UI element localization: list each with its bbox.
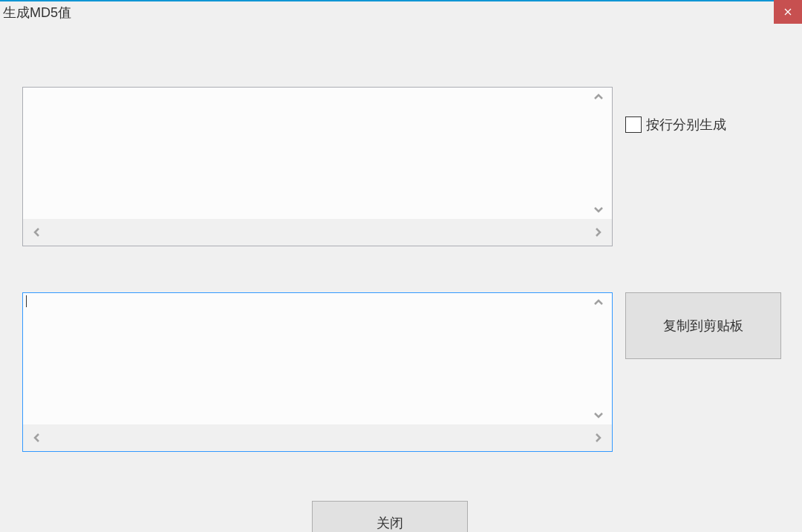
chevron-down-icon [593,203,604,215]
copy-to-clipboard-button[interactable]: 复制到剪贴板 [625,292,781,359]
output-horizontal-scrollbar[interactable] [23,424,612,451]
input-horizontal-scrollbar[interactable] [23,219,612,246]
input-textarea-container [22,87,613,246]
chevron-up-icon [593,91,604,103]
titlebar: 生成MD5值 [0,1,802,24]
per-line-checkbox-row: 按行分别生成 [625,116,726,134]
chevron-right-icon [592,432,604,444]
scroll-right-button[interactable] [588,428,607,447]
output-vertical-scrollbar[interactable] [585,293,612,424]
copy-button-label: 复制到剪贴板 [663,317,743,335]
per-line-checkbox[interactable] [625,116,642,133]
scroll-left-button[interactable] [27,428,47,447]
window: 生成MD5值 [0,0,802,532]
chevron-up-icon [593,297,604,309]
output-textarea-container [22,292,613,452]
output-textarea[interactable] [23,293,585,424]
content-area: 按行分别生成 复制到剪 [0,24,802,531]
scroll-down-button[interactable] [589,200,608,219]
close-icon [784,8,792,16]
per-line-checkbox-label: 按行分别生成 [646,116,726,134]
chevron-right-icon [592,226,604,238]
scroll-up-button[interactable] [589,293,608,312]
window-close-button[interactable] [774,0,802,24]
chevron-left-icon [31,432,43,444]
scroll-down-button[interactable] [589,405,608,424]
text-cursor [26,295,27,307]
close-dialog-button[interactable]: 关闭 [312,501,468,532]
input-vertical-scrollbar[interactable] [585,88,612,219]
close-button-label: 关闭 [376,514,403,532]
input-textarea[interactable] [23,88,585,219]
scroll-left-button[interactable] [27,223,47,242]
chevron-down-icon [593,409,604,421]
chevron-left-icon [31,226,43,238]
scroll-right-button[interactable] [588,223,607,242]
window-title: 生成MD5值 [3,1,71,24]
scroll-up-button[interactable] [589,88,608,107]
